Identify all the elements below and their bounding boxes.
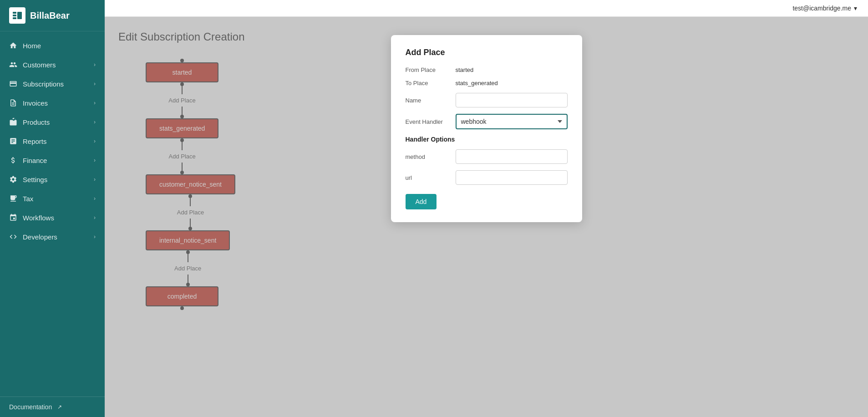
- main-content: test@icambridge.me ▾ Edit Subscription C…: [105, 0, 868, 417]
- sidebar-item-products[interactable]: Products ›: [0, 112, 105, 132]
- finance-icon: [9, 156, 17, 164]
- sidebar-item-label-workflows: Workflows: [23, 214, 54, 222]
- sidebar-item-workflows[interactable]: Workflows ›: [0, 208, 105, 227]
- sidebar-item-label-subscriptions: Subscriptions: [23, 80, 64, 88]
- documentation-link[interactable]: Documentation ↗: [9, 403, 96, 411]
- modal-title: Add Place: [406, 48, 568, 57]
- svg-rect-1: [13, 15, 16, 16]
- products-icon: [9, 118, 17, 126]
- reports-icon: [9, 137, 17, 145]
- sidebar-item-customers[interactable]: Customers ›: [0, 55, 105, 74]
- url-label: url: [406, 174, 456, 181]
- sidebar-logo[interactable]: BillaBear: [0, 0, 105, 31]
- customers-icon: [9, 61, 17, 69]
- add-place-modal: Add Place From Place started To Place st…: [391, 35, 582, 222]
- dropdown-chevron-icon: ▾: [854, 5, 857, 12]
- sidebar-item-home[interactable]: Home: [0, 36, 105, 55]
- chevron-right-icon-sub: ›: [94, 81, 96, 87]
- svg-rect-2: [13, 17, 16, 19]
- sidebar-item-label-developers: Developers: [23, 233, 57, 241]
- from-place-field: From Place started: [406, 66, 568, 73]
- modal-overlay: Add Place From Place started To Place st…: [105, 17, 868, 417]
- invoices-icon: [9, 99, 17, 107]
- subscriptions-icon: [9, 80, 17, 88]
- svg-rect-3: [17, 12, 22, 19]
- chevron-right-icon-dev: ›: [94, 234, 96, 240]
- sidebar-item-settings[interactable]: Settings ›: [0, 170, 105, 189]
- add-button[interactable]: Add: [406, 194, 437, 209]
- app-name: BillaBear: [30, 10, 70, 21]
- name-input[interactable]: [456, 93, 568, 107]
- sidebar-item-label-products: Products: [23, 118, 50, 126]
- sidebar-footer: Documentation ↗: [0, 397, 105, 417]
- method-group: method: [406, 149, 568, 164]
- sidebar-item-reports[interactable]: Reports ›: [0, 132, 105, 151]
- developers-icon: [9, 233, 17, 241]
- documentation-label: Documentation: [9, 403, 52, 411]
- chevron-right-icon-tax: ›: [94, 195, 96, 202]
- chevron-right-icon-fin: ›: [94, 157, 96, 163]
- user-menu[interactable]: test@icambridge.me ▾: [792, 5, 857, 12]
- url-input[interactable]: [456, 170, 568, 185]
- chevron-right-icon-inv: ›: [94, 100, 96, 106]
- home-icon: [9, 41, 17, 50]
- settings-icon: [9, 175, 17, 183]
- workflows-icon: [9, 214, 17, 222]
- chevron-right-icon-set: ›: [94, 176, 96, 183]
- chevron-right-icon: ›: [94, 61, 96, 68]
- sidebar-nav: Home Customers › Subscriptions ›: [0, 31, 105, 397]
- to-place-value: stats_generated: [456, 80, 498, 86]
- sidebar-item-label-invoices: Invoices: [23, 99, 48, 107]
- chevron-right-icon-prod: ›: [94, 119, 96, 125]
- sidebar-item-label-home: Home: [23, 42, 41, 50]
- sidebar-item-developers[interactable]: Developers ›: [0, 227, 105, 246]
- handler-options-title: Handler Options: [406, 136, 568, 143]
- content-area: Edit Subscription Creation started Add P…: [105, 17, 868, 417]
- from-place-value: started: [456, 66, 474, 73]
- chevron-right-icon-rep: ›: [94, 138, 96, 144]
- external-link-icon: ↗: [57, 404, 62, 410]
- method-label: method: [406, 153, 456, 160]
- url-group: url: [406, 170, 568, 185]
- chevron-right-icon-wf: ›: [94, 214, 96, 221]
- sidebar-item-invoices[interactable]: Invoices ›: [0, 93, 105, 112]
- sidebar-item-label-customers: Customers: [23, 61, 56, 69]
- logo-icon: [9, 7, 25, 24]
- name-label: Name: [406, 97, 456, 104]
- sidebar-item-label-finance: Finance: [23, 157, 47, 164]
- sidebar-item-subscriptions[interactable]: Subscriptions ›: [0, 74, 105, 93]
- sidebar: BillaBear Home Customers ›: [0, 0, 105, 417]
- event-handler-group: Event Handler webhook email http: [406, 114, 568, 129]
- name-group: Name: [406, 93, 568, 107]
- to-place-field: To Place stats_generated: [406, 80, 568, 86]
- from-place-label: From Place: [406, 66, 456, 73]
- topbar: test@icambridge.me ▾: [105, 0, 868, 17]
- tax-icon: [9, 194, 17, 203]
- to-place-label: To Place: [406, 80, 456, 86]
- sidebar-item-finance[interactable]: Finance ›: [0, 151, 105, 170]
- user-email: test@icambridge.me: [792, 5, 851, 12]
- event-handler-label: Event Handler: [406, 118, 456, 125]
- sidebar-item-label-reports: Reports: [23, 137, 47, 145]
- method-input[interactable]: [456, 149, 568, 164]
- sidebar-item-label-tax: Tax: [23, 195, 33, 203]
- event-handler-select[interactable]: webhook email http: [456, 114, 568, 129]
- sidebar-item-label-settings: Settings: [23, 176, 47, 183]
- svg-rect-0: [13, 12, 16, 14]
- sidebar-item-tax[interactable]: Tax ›: [0, 189, 105, 208]
